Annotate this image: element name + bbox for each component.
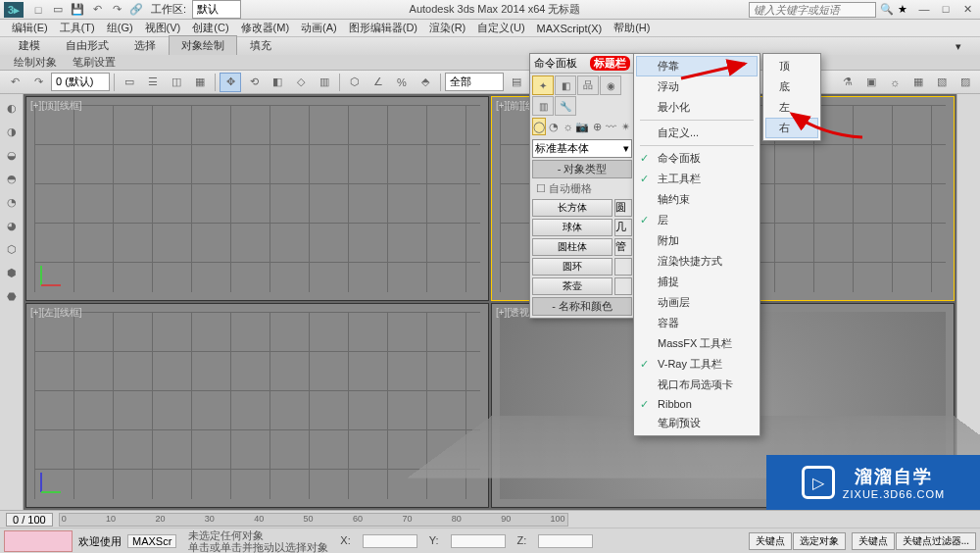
ctx-layers[interactable]: 层 <box>636 210 758 230</box>
ctx-ribbon[interactable]: Ribbon <box>636 395 758 413</box>
tab-freeform[interactable]: 自由形式 <box>53 35 122 55</box>
ctx-command-panel[interactable]: 命令面板 <box>636 148 758 169</box>
ctx-dock[interactable]: 停靠 <box>636 56 758 76</box>
menu-views[interactable]: 视图(V) <box>139 21 187 35</box>
menu-edit[interactable]: 编辑(E) <box>6 21 54 35</box>
restore-button[interactable]: □ <box>937 3 955 16</box>
redo-icon[interactable]: ↷ <box>27 73 49 92</box>
hierarchy-tab-icon[interactable]: 品 <box>577 75 599 95</box>
spacewarps-icon[interactable]: 〰 <box>605 118 618 135</box>
box-button[interactable]: 长方体 <box>532 199 612 217</box>
spinner-snap-icon[interactable]: ⬘ <box>415 73 436 92</box>
cylinder-button[interactable]: 圆柱体 <box>532 238 612 256</box>
tb-extra3-icon[interactable]: ▨ <box>955 73 976 92</box>
dock-icon-6[interactable]: ◕ <box>2 216 22 235</box>
menu-group[interactable]: 组(G) <box>101 21 139 35</box>
qat-new-icon[interactable]: □ <box>29 2 47 18</box>
motion-tab-icon[interactable]: ◉ <box>600 75 621 95</box>
percent-snap-icon[interactable]: % <box>391 73 413 92</box>
ctx-brush-presets[interactable]: 笔刷预设 <box>636 413 758 433</box>
ctx-float[interactable]: 浮动 <box>636 76 758 97</box>
rotate-icon[interactable]: ⟲ <box>243 73 265 92</box>
select-name-icon[interactable]: ☰ <box>142 73 164 92</box>
ctx-containers[interactable]: 容器 <box>636 313 758 333</box>
qat-undo-icon[interactable]: ↶ <box>88 2 106 18</box>
ctx-minimize[interactable]: 最小化 <box>636 97 758 118</box>
rollout-name-color[interactable]: - 名称和颜色 <box>532 297 632 316</box>
primitive-type-dropdown[interactable]: 标准基本体▾ <box>532 139 632 158</box>
undo-icon[interactable]: ↶ <box>4 73 25 92</box>
menu-create[interactable]: 创建(C) <box>186 21 234 35</box>
mirror-icon[interactable]: ▥ <box>314 73 335 92</box>
frame-indicator[interactable]: 0 / 100 <box>6 513 53 527</box>
tab-object-paint[interactable]: 对象绘制 <box>169 35 237 55</box>
named-set-dropdown[interactable]: 全部 <box>445 73 504 91</box>
favorite-icon[interactable]: ★ <box>898 3 907 16</box>
ribbon-collapse-icon[interactable]: ▾ <box>943 37 974 55</box>
command-panel-titlebar[interactable]: 命令面板 标题栏 <box>530 54 634 74</box>
dock-icon-7[interactable]: ⬡ <box>2 239 22 259</box>
vp-label-top[interactable]: [+][顶][线框] <box>30 99 82 113</box>
qat-open-icon[interactable]: ▭ <box>49 2 67 18</box>
scale-icon[interactable]: ◧ <box>267 73 288 92</box>
key-filters-button[interactable]: 关键点过滤器... <box>896 532 976 550</box>
dock-icon-8[interactable]: ⬢ <box>2 263 22 282</box>
select-region-icon[interactable]: ◫ <box>166 73 187 92</box>
dock-icon-4[interactable]: ◓ <box>2 169 22 188</box>
lights-icon[interactable]: ☼ <box>562 118 575 135</box>
command-panel[interactable]: 命令面板 标题栏 ✦ ◧ 品 ◉ ▥ 🔧 ◯ ◔ ☼ 📷 ⊕ 〰 ✴ 标准基本体… <box>529 53 635 319</box>
geometry-icon[interactable]: ◯ <box>532 118 546 135</box>
helpers-icon[interactable]: ⊕ <box>590 118 604 135</box>
close-button[interactable]: ✕ <box>958 3 976 16</box>
render-icon[interactable]: ☼ <box>884 73 906 92</box>
status-color-swatch[interactable] <box>4 530 73 552</box>
ctx-animation-layers[interactable]: 动画层 <box>636 292 758 313</box>
dock-icon-9[interactable]: ⬣ <box>2 286 22 306</box>
selected-obj-button[interactable]: 选定对象 <box>793 532 846 550</box>
dock-icon-1[interactable]: ◐ <box>2 98 22 118</box>
tb-extra2-icon[interactable]: ▧ <box>931 73 953 92</box>
qat-link-icon[interactable]: 🔗 <box>127 2 145 18</box>
coord-x-input[interactable] <box>363 534 417 548</box>
rollout-object-type[interactable]: - 对象类型 <box>532 160 632 178</box>
render-frame-icon[interactable]: ▣ <box>860 73 882 92</box>
ctx-customize[interactable]: 自定义... <box>636 123 758 143</box>
pyramid-stub[interactable] <box>614 258 632 276</box>
dock-right[interactable]: 右 <box>765 118 818 138</box>
tab-modeling[interactable]: 建模 <box>6 35 53 55</box>
angle-snap-icon[interactable]: ∠ <box>368 73 389 92</box>
ctx-render-shortcuts[interactable]: 渲染快捷方式 <box>636 251 758 272</box>
coord-z-input[interactable] <box>538 534 593 548</box>
menu-maxscript[interactable]: MAXScript(X) <box>531 23 609 34</box>
tab-selection[interactable]: 选择 <box>122 35 169 55</box>
snap-toggle-icon[interactable]: ⬡ <box>344 73 366 92</box>
dock-bottom[interactable]: 底 <box>765 76 818 97</box>
ref-coord-icon[interactable]: ◇ <box>290 73 312 92</box>
qat-redo-icon[interactable]: ↷ <box>108 2 125 18</box>
ctx-viewport-layout[interactable]: 视口布局选项卡 <box>636 375 758 395</box>
align-icon[interactable]: ▤ <box>506 73 527 92</box>
create-tab-icon[interactable]: ✦ <box>532 75 554 95</box>
ctx-vray[interactable]: V-Ray 工具栏 <box>636 354 758 375</box>
menu-animation[interactable]: 动画(A) <box>295 21 343 35</box>
plane-stub[interactable] <box>614 277 632 295</box>
dock-left[interactable]: 左 <box>765 97 818 118</box>
set-key-button2[interactable]: 关键点 <box>852 532 895 550</box>
menu-render[interactable]: 渲染(R) <box>423 21 471 35</box>
dock-icon-5[interactable]: ◔ <box>2 192 22 212</box>
workspace-dropdown[interactable]: 默认 <box>192 0 241 19</box>
coord-y-input[interactable] <box>451 534 506 548</box>
display-tab-icon[interactable]: ▥ <box>532 96 554 116</box>
move-icon[interactable]: ✥ <box>220 73 241 92</box>
dock-icon-3[interactable]: ◒ <box>2 145 22 165</box>
systems-icon[interactable]: ✴ <box>618 118 632 135</box>
app-logo-icon[interactable]: 3▸ <box>4 2 24 18</box>
teapot-button[interactable]: 茶壶 <box>532 277 612 295</box>
ctx-extras[interactable]: 附加 <box>636 230 758 251</box>
viewport-top[interactable]: [+][顶][线框] <box>25 96 489 301</box>
ctx-axis-constraints[interactable]: 轴约束 <box>636 189 758 210</box>
tube-stub[interactable]: 管 <box>614 238 632 256</box>
dock-top[interactable]: 顶 <box>765 56 818 76</box>
select-icon[interactable]: ▭ <box>119 73 140 92</box>
qat-save-icon[interactable]: 💾 <box>69 2 86 18</box>
